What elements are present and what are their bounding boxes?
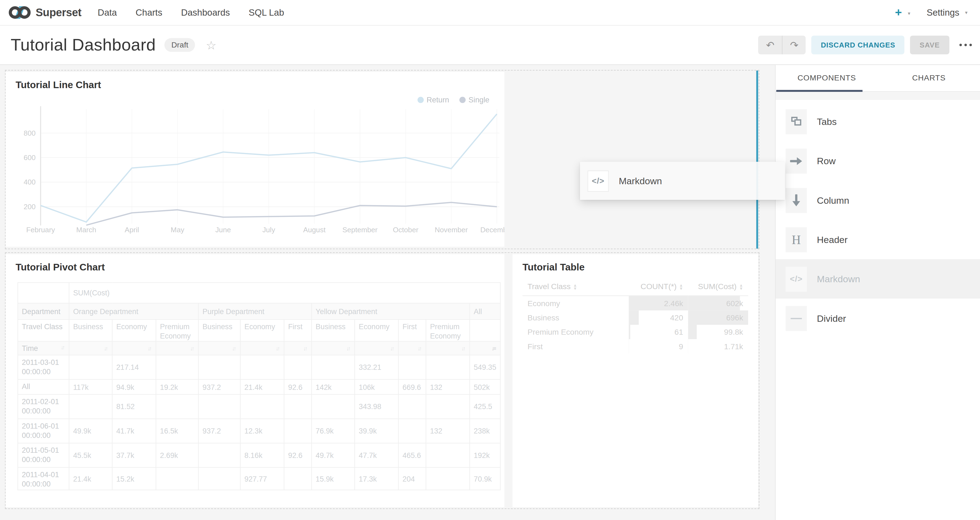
pivot-cell: 106k	[355, 380, 398, 395]
settings-menu[interactable]: Settings ▾	[927, 8, 968, 17]
pivot-cell-all: 425.5	[470, 395, 501, 419]
page-title[interactable]: Tutorial Dashboard	[11, 35, 156, 55]
sort-icon[interactable]: ↓↑	[148, 346, 152, 352]
cell-sum: 602k	[688, 296, 748, 310]
col-header-travel-class[interactable]: Travel Class▲▼	[523, 279, 629, 296]
svg-text:600: 600	[24, 154, 36, 162]
tabs-icon	[791, 117, 802, 126]
top-nav: Superset DataChartsDashboardsSQL Lab + ▾…	[0, 0, 980, 25]
sidebar-gap	[776, 92, 980, 100]
component-label: Column	[817, 195, 849, 206]
pivot-class-header: Business	[198, 320, 240, 342]
sort-icon[interactable]: ↓↑	[418, 346, 422, 352]
component-label: Row	[817, 155, 835, 166]
sidebar-tabs: COMPONENTS CHARTS	[776, 65, 980, 92]
discard-changes-button[interactable]: DISCARD CHANGES	[811, 36, 905, 54]
table-row[interactable]: First91.71k	[523, 339, 748, 354]
save-button[interactable]: SAVE	[910, 36, 949, 54]
markdown-icon-box: </>	[587, 170, 609, 191]
sort-icon[interactable]: ↓↑	[303, 346, 307, 352]
sort-icon[interactable]: ↓↑	[190, 346, 194, 352]
line-chart-card[interactable]: Tutorial Line Chart ReturnSingle 2004006…	[5, 72, 504, 247]
table-row[interactable]: Economy2.46k602k	[523, 296, 748, 310]
pivot-cell-all: 238k	[470, 419, 501, 443]
pivot-cell: 49.7k	[312, 443, 355, 468]
pivot-col-dim: Travel Class	[18, 320, 69, 342]
component-item-markdown[interactable]: </>Markdown	[776, 259, 980, 298]
pivot-chart-card[interactable]: Tutorial Pivot Chart SUM(Cost)Department…	[5, 254, 504, 507]
undo-button[interactable]: ↶	[758, 36, 782, 54]
drag-ghost-markdown[interactable]: </> Markdown	[580, 162, 785, 200]
pivot-row-label: 2011-03-01 00:00:00	[18, 355, 69, 380]
svg-text:800: 800	[24, 129, 36, 137]
superset-logo[interactable]: Superset	[0, 5, 98, 20]
pivot-cell	[312, 355, 355, 380]
cell-travel-class: Economy	[523, 296, 629, 310]
pivot-cell	[156, 468, 199, 490]
pivot-cell: 204	[398, 468, 426, 490]
table-row[interactable]: Premium Economy6199.8k	[523, 325, 748, 339]
sort-icon[interactable]: ↓↑	[390, 346, 395, 352]
nav-item-sql-lab[interactable]: SQL Lab	[249, 8, 284, 17]
pivot-cell: 37.7k	[112, 443, 156, 468]
column-sorter-icon[interactable]: ▲▼	[573, 284, 577, 290]
sort-icon[interactable]: ↓↑	[461, 346, 466, 352]
tab-components[interactable]: COMPONENTS	[776, 65, 878, 92]
component-item-tabs[interactable]: Tabs	[776, 102, 980, 141]
legend-item-return[interactable]: Return	[417, 95, 449, 104]
svg-text:200: 200	[24, 203, 36, 211]
new-item-button[interactable]: + ▾	[895, 6, 910, 19]
pivot-row-label: 2011-04-01 00:00:00	[18, 468, 69, 490]
pivot-cell: 117k	[69, 380, 112, 395]
col-header-sum-cost[interactable]: SUM(Cost)▲▼	[688, 279, 748, 296]
col-header-count[interactable]: COUNT(*)▲▼	[629, 279, 688, 296]
pivot-cell: 15.2k	[112, 468, 156, 490]
sort-icon[interactable]: ↓↑	[346, 346, 350, 352]
drag-ghost-label: Markdown	[619, 176, 662, 186]
sort-icon[interactable]: ↓↑	[61, 344, 65, 350]
sort-icon[interactable]: ↓↑	[275, 346, 280, 352]
cell-count: 420	[629, 311, 688, 325]
pivot-cell: 132	[426, 380, 469, 395]
table-row[interactable]: Business420696k	[523, 311, 748, 325]
drop-indicator-line	[756, 71, 758, 249]
sort-icon-active[interactable]: ↓≡	[492, 346, 496, 352]
component-item-row[interactable]: Row	[776, 141, 980, 181]
chevron-down-icon: ▾	[908, 11, 910, 16]
pivot-cell	[69, 355, 112, 380]
component-list: TabsRowColumnHHeader</>MarkdownDivider	[776, 100, 980, 338]
cell-travel-class: Business	[523, 311, 629, 325]
nav-item-data[interactable]: Data	[98, 8, 117, 17]
component-item-column[interactable]: Column	[776, 181, 980, 220]
table-chart-card[interactable]: Tutorial Table Travel Class▲▼COUNT(*)▲▼S…	[512, 254, 758, 507]
pivot-cell: 41.7k	[112, 419, 156, 443]
component-item-divider[interactable]: Divider	[776, 298, 980, 338]
cell-sum: 99.8k	[688, 325, 748, 339]
legend-item-single[interactable]: Single	[459, 95, 489, 104]
pivot-class-header: Economy	[112, 320, 156, 342]
sort-icon[interactable]: ↓↑	[104, 346, 108, 352]
pivot-class-header: Premium Economy	[156, 320, 199, 342]
pivot-cell	[426, 355, 469, 380]
legend-dot	[417, 97, 424, 103]
pivot-cell: 332.21	[355, 355, 398, 380]
sort-icon[interactable]: ↓↑	[232, 346, 236, 352]
nav-item-charts[interactable]: Charts	[136, 8, 162, 17]
pivot-cell: 2.69k	[156, 443, 199, 468]
cell-count: 61	[629, 325, 688, 339]
favorite-star-icon[interactable]: ☆	[206, 38, 216, 52]
component-item-header[interactable]: HHeader	[776, 220, 980, 259]
plus-icon: +	[895, 5, 902, 19]
chart-legend: ReturnSingle	[417, 95, 490, 104]
column-icon-box	[786, 188, 807, 213]
column-sorter-icon[interactable]: ▲▼	[739, 284, 743, 290]
nav-item-dashboards[interactable]: Dashboards	[181, 8, 230, 17]
cell-sum: 1.71k	[688, 339, 748, 354]
pivot-cell	[198, 443, 240, 468]
cell-travel-class: First	[523, 339, 629, 354]
tab-charts[interactable]: CHARTS	[878, 65, 980, 92]
pivot-cell: 8.16k	[240, 443, 284, 468]
redo-button[interactable]: ↷	[782, 36, 806, 54]
column-sorter-icon[interactable]: ▲▼	[679, 284, 683, 290]
more-options-icon[interactable]	[959, 44, 972, 46]
